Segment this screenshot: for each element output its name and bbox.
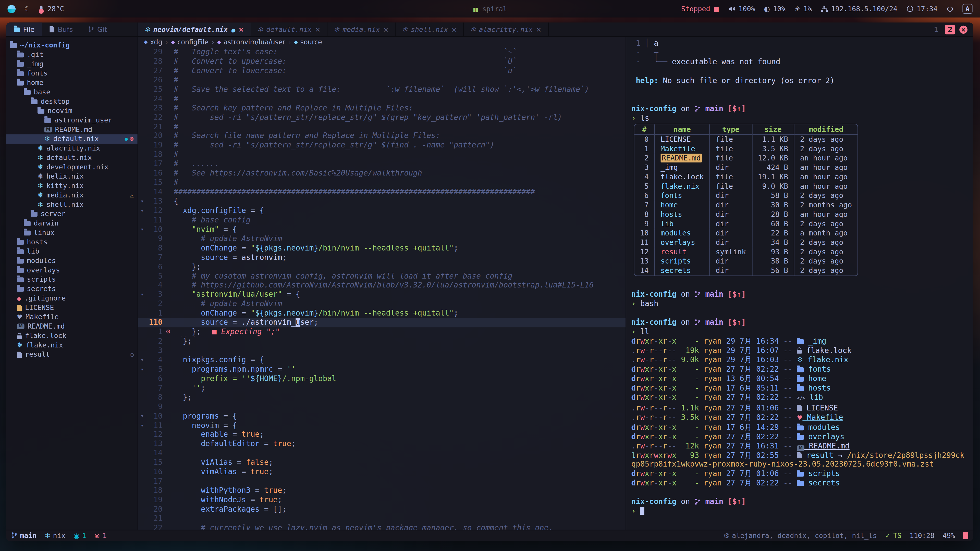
code-line[interactable]: 24#	[138, 94, 625, 103]
tree-item-fonts[interactable]: fonts	[6, 68, 137, 78]
fold-indicator[interactable]: ▾	[138, 206, 146, 216]
terminal-pane[interactable]: 1 │ a · ┬ · ╰── executable was not found…	[625, 37, 973, 530]
code-line[interactable]: 17	[138, 477, 625, 486]
tabline-close-button[interactable]	[959, 25, 967, 33]
tree-item-kitty-nix[interactable]: kitty.nix	[6, 181, 137, 191]
code-line[interactable]: 6 prefix = ''${HOME}/.npm-global	[138, 374, 625, 383]
code-line[interactable]: 8 };	[138, 393, 625, 402]
tree-item-flake-lock[interactable]: flake.lock	[6, 331, 137, 341]
code-line[interactable]: 2 };	[138, 337, 625, 346]
code-line[interactable]: 20 extraPackages = [];	[138, 505, 625, 514]
tree-item-helix-nix[interactable]: helix.nix	[6, 171, 137, 181]
fold-indicator[interactable]: ▾	[138, 411, 146, 421]
code-line[interactable]: ▾3 "astronvim/lua/user" = {	[138, 290, 625, 300]
neotree-tab-git[interactable]: Git	[80, 22, 115, 36]
code-line[interactable]: 5 # my cusotom astronvim config, astronv…	[138, 272, 625, 281]
fold-indicator[interactable]: ▾	[138, 421, 146, 430]
code-line[interactable]: 17# ......	[138, 159, 625, 169]
code-line[interactable]: 18#	[138, 150, 625, 160]
code-line[interactable]: ▾5 programs.npm.npmrc = ''	[138, 365, 625, 374]
code-line[interactable]: 7 source = astronvim;	[138, 253, 625, 262]
code-line[interactable]: 15#	[138, 178, 625, 187]
code-line[interactable]: 1 onChange = "${pkgs.neovim}/bin/nvim --…	[138, 309, 625, 318]
tree-item-server[interactable]: server	[6, 209, 137, 219]
close-icon[interactable]: ⊗	[130, 135, 134, 143]
code-line[interactable]: ▾13{	[138, 197, 625, 206]
network-widget[interactable]: 192.168.5.100/24	[821, 5, 897, 13]
code-line[interactable]: 22# sed -ri "s/pattern_str/replace_str/g…	[138, 113, 625, 122]
buffer-tab-neovim-default-nix[interactable]: neovim/default.nix	[138, 22, 251, 36]
tree-item-img[interactable]: _img	[6, 59, 137, 69]
git-branch-widget[interactable]: main	[11, 532, 37, 540]
volume-widget[interactable]: 100%	[728, 5, 755, 13]
hint-count[interactable]: 1	[73, 532, 86, 540]
power-button[interactable]	[946, 5, 954, 13]
code-line[interactable]: 14######################################…	[138, 187, 625, 197]
gamma-widget[interactable]: 10%	[764, 5, 785, 13]
tree-item-lib[interactable]: lib	[6, 247, 137, 256]
fold-indicator[interactable]: ▾	[138, 355, 146, 365]
code-line[interactable]: 4 # https://github.com/AstroNvim/AstroNv…	[138, 281, 625, 290]
fold-indicator[interactable]: ▾	[138, 290, 146, 300]
tree-item-scripts[interactable]: scripts	[6, 275, 137, 284]
code-line[interactable]: 25# Save the selected text to a file: `:…	[138, 85, 625, 94]
launcher-icon[interactable]	[7, 5, 16, 13]
tree-item-hosts[interactable]: hosts	[6, 238, 137, 247]
code-line[interactable]: 2 # update AstroNvim	[138, 300, 625, 309]
code-line[interactable]: 12 enable = true;	[138, 430, 625, 440]
tree-item-shell-nix[interactable]: shell.nix	[6, 200, 137, 210]
night-mode-icon[interactable]	[24, 5, 30, 13]
code-line[interactable]: 3	[138, 346, 625, 356]
fold-indicator[interactable]: ▾	[138, 225, 146, 234]
tabpage-2[interactable]: 2	[945, 25, 955, 34]
tree-item-default-nix[interactable]: default.nix	[6, 153, 137, 162]
fold-indicator[interactable]: ▾	[138, 365, 146, 374]
breadcrumb-item-configfile[interactable]: ◆configFile	[171, 38, 208, 45]
tree-item-neovim[interactable]: neovim	[6, 106, 137, 116]
code-line[interactable]: 19# sed -ri "s/pattern_str/replace_str/g…	[138, 141, 625, 150]
buffer-tab-shell-nix[interactable]: shell.nix	[396, 22, 464, 36]
tree-item-readme-md[interactable]: README.md	[6, 322, 137, 331]
code-line[interactable]: ▾12 xdg.configFile = {	[138, 206, 625, 216]
error-count[interactable]: 1	[94, 532, 107, 540]
tree-item-overlays[interactable]: overlays	[6, 265, 137, 275]
tree-item-readme-md[interactable]: README.md	[6, 125, 137, 135]
code-line[interactable]: 21#	[138, 122, 625, 132]
close-icon[interactable]	[536, 25, 542, 33]
tree-item-result[interactable]: result○	[6, 350, 137, 359]
code-line[interactable]: 14	[138, 449, 625, 458]
code-line[interactable]: 27# Convert to lowercase: `u`	[138, 66, 625, 76]
player-status-widget[interactable]: Stopped	[681, 5, 719, 13]
terminal-command[interactable]: › ls	[631, 113, 968, 123]
tree-item-media-nix[interactable]: media.nix⚠	[6, 191, 137, 200]
terminal-command[interactable]: › ll	[631, 327, 968, 337]
tree-item-modules[interactable]: modules	[6, 256, 137, 265]
code-line[interactable]: 9 # update AstroNvim	[138, 234, 625, 244]
tree-item-gitignore[interactable]: .gitignore	[6, 294, 137, 303]
tabpage-1[interactable]: 1	[932, 25, 941, 34]
code-line[interactable]: ▾10 "nvim" = {	[138, 225, 625, 234]
code-line[interactable]: 11 # base config	[138, 216, 625, 225]
tree-item-makefile[interactable]: Makefile	[6, 312, 137, 322]
tree-item-linux[interactable]: linux	[6, 228, 137, 238]
code-line[interactable]: 110 source = ./astronvim_user;	[138, 318, 625, 327]
tree-item-nix-config[interactable]: ~/nix-config	[6, 41, 137, 50]
code-line[interactable]: 23# Search key pattern and Replace in Mu…	[138, 103, 625, 113]
buffer-tab-alacritty-nix[interactable]: alacritty.nix	[464, 22, 549, 36]
code-line[interactable]: 7 '';	[138, 383, 625, 393]
tree-item-license[interactable]: LICENSE	[6, 303, 137, 313]
tree-item-git[interactable]: .git	[6, 50, 137, 59]
tree-item-development-nix[interactable]: development.nix	[6, 162, 137, 172]
media-widget[interactable]: spiral	[473, 5, 507, 13]
neotree-tab-bufs[interactable]: Bufs	[42, 22, 80, 36]
brightness-widget[interactable]: 1%	[794, 5, 812, 13]
close-icon[interactable]	[239, 25, 244, 33]
breadcrumb-item-astronvim-lua-user[interactable]: ◆astronvim/lua/user	[217, 38, 285, 45]
code-line[interactable]: ▾11 neovim = {	[138, 421, 625, 430]
code-line[interactable]: 20# Search file name pattern and Replace…	[138, 131, 625, 141]
keyboard-layout[interactable]: A	[963, 4, 972, 14]
breadcrumb-item-xdg[interactable]: ◆xdg	[144, 38, 162, 45]
close-icon[interactable]	[451, 25, 457, 33]
tree-item-default-nix[interactable]: default.nix●⊗	[6, 135, 137, 144]
neotree-tab-file[interactable]: File	[6, 22, 42, 36]
